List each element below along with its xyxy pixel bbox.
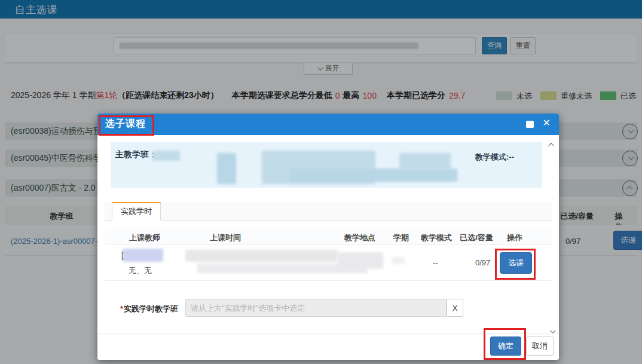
- teacher-names: 无、无: [129, 265, 152, 276]
- modal-scrollbar[interactable]: [548, 137, 557, 335]
- practice-class-label: *实践学时教学班: [103, 304, 178, 314]
- confirm-button[interactable]: 确定: [490, 337, 521, 356]
- redacted-teacher-name: [123, 249, 163, 262]
- col-teacher: 上课教师: [129, 233, 160, 243]
- clear-input-button[interactable]: X: [447, 299, 463, 317]
- redacted-text: [290, 169, 457, 182]
- redacted-location: [338, 252, 383, 269]
- select-course-button[interactable]: 选课: [500, 252, 532, 274]
- redacted-text: [399, 153, 451, 170]
- subclass-row: 【 无、无 -- 0/97 选课: [105, 245, 552, 281]
- tab-practice-hours[interactable]: 实践学时: [112, 202, 161, 221]
- teaching-mode-value: 教学模式:--: [475, 152, 514, 163]
- redacted-semester: [392, 257, 405, 264]
- redacted-text: [152, 151, 180, 161]
- col-mode: 教学模式: [421, 233, 452, 243]
- close-icon[interactable]: ✕: [543, 117, 551, 129]
- page: 自主选课 查询 重置 展开 2025-2026 学年 1 学期 第1轮 （ 距选…: [0, 0, 642, 364]
- footer-divider: [97, 333, 559, 334]
- modal-header: 选子课程 ✕: [97, 114, 559, 135]
- redacted-class-time: [185, 250, 338, 262]
- modal-tabbar: 实践学时: [105, 202, 552, 221]
- cancel-button[interactable]: 取消: [526, 337, 554, 356]
- main-class-info-box: 主教学班： 教学模式:--: [111, 142, 542, 188]
- col-action: 操作: [507, 233, 522, 243]
- mode-value: --: [433, 258, 438, 267]
- subclass-table-header: 上课教师 上课时间 教学地点 学期 教学模式 已选/容量 操作: [105, 229, 552, 245]
- capacity-value: 0/97: [475, 258, 490, 267]
- select-subcourse-modal: 选子课程 ✕ 主教学班： 教学模式:-- 实践学时 上课教师 上课时间 教学地点…: [97, 114, 559, 360]
- modal-title: 选子课程: [105, 118, 146, 130]
- maximize-icon[interactable]: [526, 121, 534, 128]
- required-mark: *: [120, 304, 123, 313]
- col-time: 上课时间: [210, 233, 241, 243]
- scroll-up-icon[interactable]: [550, 139, 554, 149]
- scroll-down-icon[interactable]: [550, 325, 554, 336]
- practice-class-input[interactable]: [185, 299, 447, 317]
- col-capacity: 已选/容量: [460, 233, 493, 243]
- col-semester: 学期: [393, 233, 409, 243]
- col-location: 教学地点: [344, 233, 375, 243]
- redacted-text: [217, 153, 236, 184]
- label-text: 实践学时教学班: [124, 304, 178, 313]
- main-class-label: 主教学班：: [115, 149, 157, 160]
